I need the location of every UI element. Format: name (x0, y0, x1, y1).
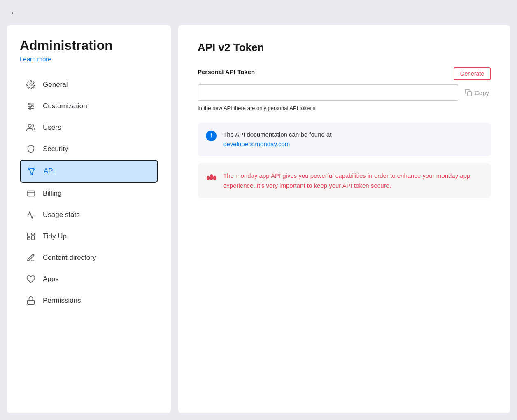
svg-point-7 (28, 124, 31, 127)
svg-point-5 (32, 105, 33, 107)
back-button[interactable]: ← (10, 8, 18, 17)
copy-icon (465, 89, 472, 96)
svg-rect-18 (32, 233, 34, 235)
users-icon (26, 122, 36, 133)
svg-point-0 (30, 84, 32, 86)
svg-rect-26 (213, 176, 216, 180)
generate-button[interactable]: Generate (454, 67, 491, 80)
svg-point-8 (28, 168, 30, 170)
gear-icon (26, 79, 36, 90)
sidebar-label-usage-stats: Usage stats (43, 211, 80, 219)
shield-icon (26, 144, 36, 154)
api-icon (26, 166, 37, 177)
sliders-icon (26, 101, 36, 112)
page-title: API v2 Token (198, 41, 491, 54)
main-layout: Administration Learn more General (0, 25, 517, 420)
sidebar-item-general[interactable]: General (20, 74, 158, 96)
tidy-icon (26, 231, 36, 242)
svg-point-4 (29, 103, 30, 105)
monday-logo-icon (206, 172, 217, 182)
token-header-row: Personal API Token Generate (198, 67, 491, 80)
sidebar-item-permissions[interactable]: Permissions (20, 290, 158, 311)
sidebar-item-tidy-up[interactable]: Tidy Up (20, 226, 158, 247)
personal-token-label: Personal API Token (198, 68, 255, 75)
sidebar-item-security[interactable]: Security (20, 138, 158, 160)
svg-rect-17 (28, 237, 30, 240)
copy-label: Copy (475, 89, 489, 96)
svg-rect-25 (210, 174, 213, 180)
sidebar-item-customization[interactable]: Customization (20, 96, 158, 117)
sidebar-label-tidy-up: Tidy Up (43, 232, 67, 240)
apps-icon (26, 274, 36, 285)
sidebar-label-billing: Billing (43, 189, 61, 198)
sidebar-label-users: Users (43, 124, 61, 132)
svg-text:!: ! (210, 133, 212, 140)
info-text-prefix: The API documentation can be found at (223, 131, 332, 138)
token-input-row: Copy (198, 84, 491, 101)
docs-link[interactable]: developers.monday.com (223, 140, 290, 147)
svg-rect-20 (28, 300, 35, 304)
sidebar-label-api: API (44, 167, 55, 175)
sidebar-label-security: Security (43, 145, 68, 153)
info-box: ! The API documentation can be found at … (198, 123, 491, 156)
top-bar: ← (0, 0, 517, 25)
svg-line-12 (29, 169, 31, 173)
info-text: The API documentation can be found at de… (223, 130, 332, 149)
sidebar: Administration Learn more General (7, 25, 171, 413)
sidebar-title: Administration (20, 38, 161, 53)
info-icon: ! (206, 131, 217, 141)
svg-point-9 (34, 168, 35, 170)
main-content: API v2 Token Personal API Token Generate… (178, 25, 510, 413)
token-input[interactable] (198, 84, 458, 101)
token-hint: In the new API there are only personal A… (198, 105, 491, 111)
sidebar-item-usage-stats[interactable]: Usage stats (20, 204, 158, 226)
sidebar-label-customization: Customization (43, 102, 87, 110)
sidebar-item-billing[interactable]: Billing (20, 183, 158, 204)
sidebar-item-content-directory[interactable]: Content directory (20, 247, 158, 268)
copy-button[interactable]: Copy (463, 89, 491, 96)
sidebar-item-users[interactable]: Users (20, 117, 158, 138)
sidebar-label-permissions: Permissions (43, 296, 81, 305)
content-icon (26, 252, 36, 263)
svg-rect-14 (27, 191, 35, 196)
lock-icon (26, 295, 36, 306)
sidebar-item-api[interactable]: API (20, 160, 158, 183)
sidebar-label-general: General (43, 81, 68, 89)
sidebar-label-content-directory: Content directory (43, 254, 96, 262)
chart-icon (26, 210, 36, 220)
svg-point-10 (31, 173, 33, 175)
sidebar-nav: General Customization (20, 74, 161, 404)
svg-rect-16 (28, 233, 30, 236)
svg-rect-19 (32, 236, 34, 240)
svg-point-6 (29, 108, 31, 110)
learn-more-link[interactable]: Learn more (20, 56, 161, 63)
warning-box: The monday app API gives you powerful ca… (198, 163, 491, 198)
svg-rect-21 (468, 92, 472, 96)
warning-text: The monday app API gives you powerful ca… (223, 171, 482, 191)
billing-icon (26, 188, 36, 199)
svg-line-13 (32, 169, 34, 173)
sidebar-label-apps: Apps (43, 275, 59, 283)
sidebar-item-apps[interactable]: Apps (20, 268, 158, 290)
svg-rect-24 (207, 176, 210, 180)
